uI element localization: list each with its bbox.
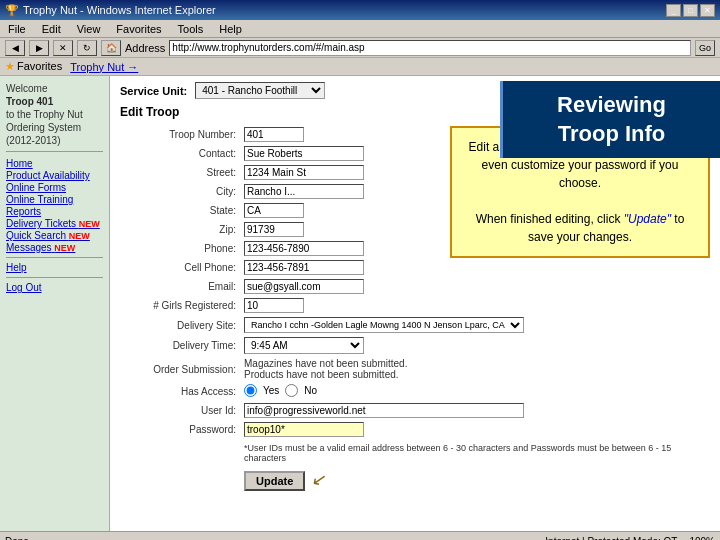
menu-bar: File Edit View Favorites Tools Help [0, 20, 720, 38]
address-bar: ◀ ▶ ✕ ↻ 🏠 Address Go [0, 38, 720, 58]
field-password: Password: [120, 420, 710, 439]
sidebar-welcome: Welcome Troop 401 to the Trophy Nut Orde… [6, 82, 103, 147]
menu-favorites[interactable]: Favorites [113, 23, 164, 35]
label-has-access: Has Access: [120, 382, 240, 401]
menu-view[interactable]: View [74, 23, 104, 35]
go-button[interactable]: Go [695, 40, 715, 56]
links-bar: ★Favorites Trophy Nut → [0, 58, 720, 76]
callout-line2: even customize your password if you choo… [482, 158, 679, 190]
quick-search-badge: NEW [69, 231, 90, 241]
content-area: Reviewing Troop Info Service Unit: 401 -… [110, 76, 720, 531]
sidebar-item-delivery-tickets[interactable]: Delivery Tickets NEW [6, 218, 103, 229]
label-email: Email: [120, 277, 240, 296]
field-has-access: Has Access: Yes No [120, 382, 710, 401]
sidebar-item-logout[interactable]: Log Out [6, 282, 103, 293]
stop-button[interactable]: ✕ [53, 40, 73, 56]
window-title-bar: 🏆 Trophy Nut - Windows Internet Explorer… [0, 0, 720, 20]
field-user-id: User Id: [120, 401, 710, 420]
label-delivery-time: Delivery Time: [120, 335, 240, 356]
callout-line4: When finished editing, click "Update" to [476, 212, 685, 226]
forward-button[interactable]: ▶ [29, 40, 49, 56]
label-city: City: [120, 182, 240, 201]
input-street[interactable] [244, 165, 364, 180]
delivery-tickets-badge: NEW [79, 219, 100, 229]
input-zip[interactable] [244, 222, 304, 237]
submit-row: Update ↙ [120, 465, 710, 493]
sidebar-item-online-forms[interactable]: Online Forms [6, 182, 103, 193]
sidebar-nav: Home Product Availability Online Forms O… [6, 158, 103, 253]
label-phone: Phone: [120, 239, 240, 258]
input-cell-phone[interactable] [244, 260, 364, 275]
callout-line5: save your changes. [528, 230, 632, 244]
sidebar-item-help[interactable]: Help [6, 262, 103, 273]
refresh-button[interactable]: ↻ [77, 40, 97, 56]
label-girls-registered: # Girls Registered: [120, 296, 240, 315]
input-phone[interactable] [244, 241, 364, 256]
label-password: Password: [120, 420, 240, 439]
input-city[interactable] [244, 184, 364, 199]
sidebar: Welcome Troop 401 to the Trophy Nut Orde… [0, 76, 110, 531]
label-state: State: [120, 201, 240, 220]
update-button[interactable]: Update [244, 471, 305, 491]
label-cell-phone: Cell Phone: [120, 258, 240, 277]
form-note: *User IDs must be a valid email address … [244, 443, 706, 463]
label-street: Street: [120, 163, 240, 182]
status-zoom: 100% [689, 536, 715, 540]
order-submission-value: Magazines have not been submitted.Produc… [244, 358, 407, 380]
sidebar-item-product-avail[interactable]: Product Availability [6, 170, 103, 181]
label-delivery-site: Delivery Site: [120, 315, 240, 335]
radio-access-group: Yes No [244, 384, 317, 397]
menu-tools[interactable]: Tools [175, 23, 207, 35]
callout-highlight: "Update" [624, 212, 671, 226]
field-cell-phone: Cell Phone: [120, 258, 710, 277]
status-zone: Internet | Protected Mode: OT [541, 536, 681, 540]
favorites-label: ★Favorites [5, 60, 62, 73]
service-unit-select[interactable]: 401 - Rancho Foothill [195, 82, 325, 99]
input-user-id[interactable] [244, 403, 524, 418]
input-state[interactable] [244, 203, 304, 218]
close-button[interactable]: ✕ [700, 4, 715, 17]
address-label: Address [125, 42, 165, 54]
menu-file[interactable]: File [5, 23, 29, 35]
sidebar-item-home[interactable]: Home [6, 158, 103, 169]
menu-edit[interactable]: Edit [39, 23, 64, 35]
label-troop-number: Troop Number: [120, 125, 240, 144]
field-order-submission: Order Submission: Magazines have not bee… [120, 356, 710, 382]
sidebar-item-online-training[interactable]: Online Training [6, 194, 103, 205]
sidebar-item-quick-search[interactable]: Quick Search NEW [6, 230, 103, 241]
field-email: Email: [120, 277, 710, 296]
input-password[interactable] [244, 422, 364, 437]
field-delivery-site: Delivery Site: Rancho I cchn -Golden Lag… [120, 315, 710, 335]
label-zip: Zip: [120, 220, 240, 239]
maximize-button[interactable]: □ [683, 4, 698, 17]
back-button[interactable]: ◀ [5, 40, 25, 56]
select-delivery-time[interactable]: 9:45 AM [244, 337, 364, 354]
address-input[interactable] [169, 40, 691, 56]
title-slide: Reviewing Troop Info [500, 81, 720, 158]
note-row: *User IDs must be a valid email address … [120, 439, 710, 465]
home-button[interactable]: 🏠 [101, 40, 121, 56]
window-controls[interactable]: _ □ ✕ [666, 4, 715, 17]
label-no: No [304, 385, 317, 396]
sidebar-item-reports[interactable]: Reports [6, 206, 103, 217]
input-contact[interactable] [244, 146, 364, 161]
input-email[interactable] [244, 279, 364, 294]
select-delivery-site[interactable]: Rancho I cchn -Golden Lagle Mowng 1400 N… [244, 317, 524, 333]
trophy-nut-link[interactable]: Trophy Nut → [70, 61, 138, 73]
field-delivery-time: Delivery Time: 9:45 AM [120, 335, 710, 356]
status-bar: Done Internet | Protected Mode: OT 100% [0, 531, 720, 540]
label-user-id: User Id: [120, 401, 240, 420]
field-girls-registered: # Girls Registered: [120, 296, 710, 315]
title-line1: Reviewing [523, 91, 700, 120]
label-yes: Yes [263, 385, 279, 396]
service-unit-label: Service Unit: [120, 85, 187, 97]
menu-help[interactable]: Help [216, 23, 245, 35]
input-girls-registered[interactable] [244, 298, 304, 313]
label-order-submission: Order Submission: [120, 356, 240, 382]
sidebar-item-messages[interactable]: Messages NEW [6, 242, 103, 253]
minimize-button[interactable]: _ [666, 4, 681, 17]
radio-no[interactable] [285, 384, 298, 397]
radio-yes[interactable] [244, 384, 257, 397]
status-done: Done [5, 536, 29, 540]
input-troop-number[interactable] [244, 127, 304, 142]
